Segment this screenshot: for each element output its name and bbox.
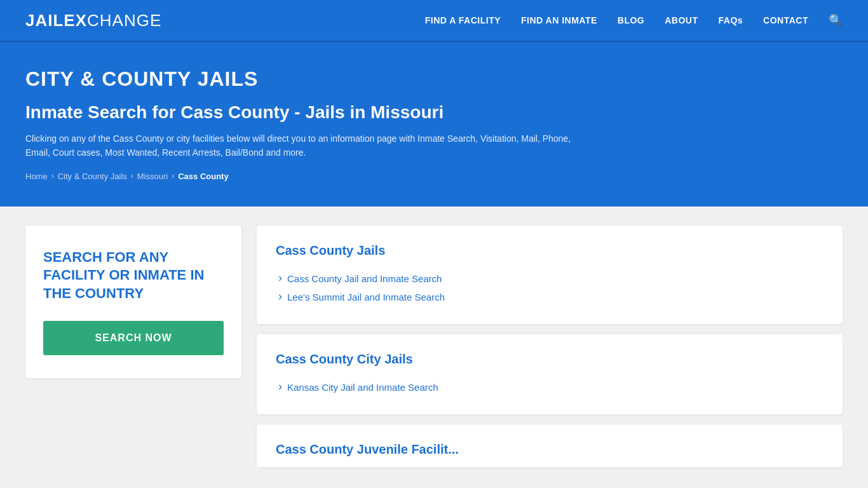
nav-link-faqs[interactable]: FAQs <box>719 15 743 25</box>
card-cass-county-jails: Cass County Jails Cass County Jail and I… <box>257 226 843 324</box>
nav-item-find-inmate[interactable]: FIND AN INMATE <box>521 15 597 26</box>
right-panel: Cass County Jails Cass County Jail and I… <box>257 226 843 488</box>
search-widget: SEARCH FOR ANY FACILITY OR INMATE IN THE… <box>25 226 241 378</box>
hero-description: Clicking on any of the Cass County or ci… <box>25 132 597 160</box>
logo-exchange-text: EXCHANGE <box>64 11 161 30</box>
breadcrumb: Home › City & County Jails › Missouri › … <box>25 172 843 181</box>
card-cass-county-city-jails: Cass County City Jails Kansas City Jail … <box>257 334 843 414</box>
logo-jail-text: JAIL <box>25 11 64 30</box>
breadcrumb-current: Cass County <box>178 172 228 181</box>
nav-link-about[interactable]: ABOUT <box>665 15 698 25</box>
nav-item-about[interactable]: ABOUT <box>665 15 698 26</box>
hero-section: CITY & COUNTY JAILS Inmate Search for Ca… <box>0 42 868 207</box>
breadcrumb-sep-1: › <box>51 172 54 180</box>
nav-link-find-inmate[interactable]: FIND AN INMATE <box>521 15 597 25</box>
breadcrumb-sep-2: › <box>131 172 133 180</box>
card-cass-county-juvenile: Cass County Juvenile Facilit... <box>257 424 843 467</box>
hero-category: CITY & COUNTY JAILS <box>25 67 843 91</box>
search-now-button[interactable]: SEARCH NOW <box>43 321 224 355</box>
nav-menu: FIND A FACILITY FIND AN INMATE BLOG ABOU… <box>425 13 843 27</box>
card-title-cass-county-juvenile: Cass County Juvenile Facilit... <box>276 442 824 457</box>
left-panel: SEARCH FOR ANY FACILITY OR INMATE IN THE… <box>25 226 241 488</box>
nav-link-contact[interactable]: CONTACT <box>763 15 808 25</box>
search-icon[interactable]: 🔍 <box>829 14 843 27</box>
hero-title: Inmate Search for Cass County - Jails in… <box>25 102 843 123</box>
breadcrumb-sep-3: › <box>172 172 174 180</box>
navbar: JAIL EXCHANGE FIND A FACILITY FIND AN IN… <box>0 0 868 42</box>
card-title-cass-county-city-jails: Cass County City Jails <box>276 352 824 367</box>
link-cass-county-jail[interactable]: Cass County Jail and Inmate Search <box>276 269 824 288</box>
nav-link-blog[interactable]: BLOG <box>618 15 644 25</box>
card-title-cass-county-jails: Cass County Jails <box>276 243 824 258</box>
main-content: SEARCH FOR ANY FACILITY OR INMATE IN THE… <box>0 207 868 488</box>
nav-item-faqs[interactable]: FAQs <box>719 15 743 26</box>
search-widget-title: SEARCH FOR ANY FACILITY OR INMATE IN THE… <box>43 248 224 303</box>
link-kansas-city-jail[interactable]: Kansas City Jail and Inmate Search <box>276 378 824 396</box>
breadcrumb-state[interactable]: Missouri <box>137 172 168 181</box>
breadcrumb-home[interactable]: Home <box>25 172 48 181</box>
nav-link-find-facility[interactable]: FIND A FACILITY <box>425 15 501 25</box>
search-icon-nav-item[interactable]: 🔍 <box>829 13 843 27</box>
link-lees-summit-jail[interactable]: Lee's Summit Jail and Inmate Search <box>276 288 824 306</box>
breadcrumb-city-county[interactable]: City & County Jails <box>58 172 127 181</box>
nav-item-blog[interactable]: BLOG <box>618 15 644 26</box>
nav-item-find-facility[interactable]: FIND A FACILITY <box>425 15 501 26</box>
logo[interactable]: JAIL EXCHANGE <box>25 11 161 30</box>
nav-item-contact[interactable]: CONTACT <box>763 15 808 26</box>
